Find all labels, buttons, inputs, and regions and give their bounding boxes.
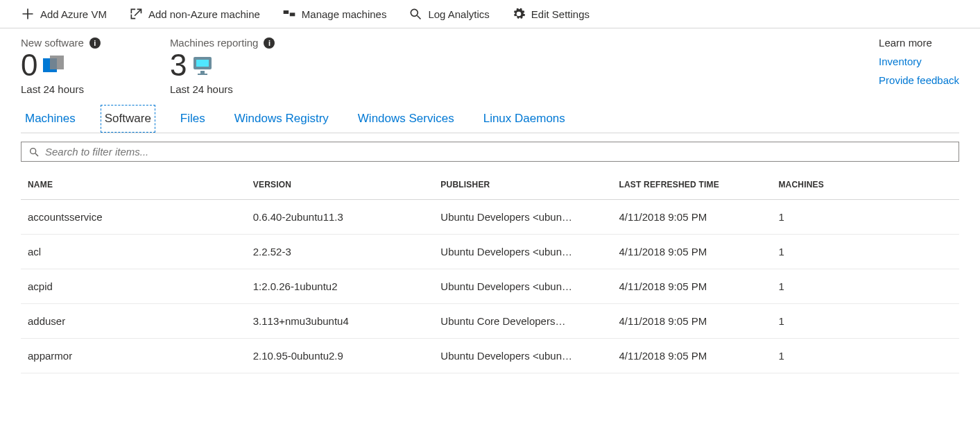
cell-version: 2.2.52-3 bbox=[246, 235, 434, 269]
cell-machines: 1 bbox=[771, 235, 959, 269]
cell-name: accountsservice bbox=[21, 200, 246, 235]
stat-new-software-sub: Last 24 hours bbox=[21, 83, 101, 95]
external-link-icon bbox=[129, 7, 143, 21]
cell-name: acl bbox=[21, 235, 246, 269]
stat-machines-reporting: Machines reporting i 3 Last 24 hours bbox=[170, 37, 275, 95]
monitor-icon bbox=[192, 56, 213, 75]
search-box[interactable] bbox=[21, 142, 959, 162]
svg-rect-1 bbox=[290, 12, 295, 16]
table-row[interactable]: adduser3.113+nmu3ubuntu4Ubuntu Core Deve… bbox=[21, 304, 959, 339]
stat-new-software-value: 0 bbox=[21, 50, 37, 81]
learn-more-heading: Learn more bbox=[879, 37, 959, 49]
stat-new-software: New software i 0 Last 24 hours bbox=[21, 37, 101, 95]
table-row[interactable]: apparmor2.10.95-0ubuntu2.9Ubuntu Develop… bbox=[21, 339, 959, 373]
tab-services[interactable]: Windows Services bbox=[354, 105, 458, 133]
svg-point-2 bbox=[411, 9, 418, 16]
svg-point-9 bbox=[31, 148, 36, 153]
feedback-link[interactable]: Provide feedback bbox=[879, 74, 959, 86]
stat-machines-reporting-value: 3 bbox=[170, 50, 187, 81]
inventory-link[interactable]: Inventory bbox=[879, 56, 959, 67]
header-machines[interactable]: MACHINES bbox=[771, 170, 959, 200]
cell-publisher: Ubuntu Developers <ubun… bbox=[433, 235, 612, 269]
info-icon[interactable]: i bbox=[264, 37, 275, 49]
cell-publisher: Ubuntu Developers <ubun… bbox=[433, 200, 612, 235]
table-row[interactable]: acpid1:2.0.26-1ubuntu2Ubuntu Developers … bbox=[21, 269, 959, 304]
svg-rect-7 bbox=[200, 71, 205, 74]
cell-refreshed: 4/11/2018 9:05 PM bbox=[612, 200, 771, 235]
toolbar: Add Azure VM Add non-Azure machine Manag… bbox=[0, 0, 980, 28]
stat-machines-reporting-sub: Last 24 hours bbox=[170, 83, 275, 95]
svg-rect-8 bbox=[198, 74, 207, 75]
stat-new-software-label: New software bbox=[21, 37, 84, 49]
software-icon bbox=[43, 56, 64, 75]
cell-machines: 1 bbox=[771, 304, 959, 339]
table-row[interactable]: acl2.2.52-3Ubuntu Developers <ubun…4/11/… bbox=[21, 235, 959, 269]
summary-row: New software i 0 Last 24 hours Machines … bbox=[0, 28, 980, 105]
tab-daemons[interactable]: Linux Daemons bbox=[479, 105, 569, 133]
machines-icon bbox=[282, 7, 296, 21]
software-table: NAME VERSION PUBLISHER LAST REFRESHED TI… bbox=[21, 170, 959, 373]
tab-files[interactable]: Files bbox=[176, 105, 209, 133]
tab-registry[interactable]: Windows Registry bbox=[230, 105, 333, 133]
svg-rect-6 bbox=[196, 60, 209, 67]
cell-publisher: Ubuntu Core Developers… bbox=[433, 304, 612, 339]
learn-more-links: Learn more Inventory Provide feedback bbox=[879, 37, 959, 95]
manage-machines-button[interactable]: Manage machines bbox=[282, 7, 387, 21]
cell-refreshed: 4/11/2018 9:05 PM bbox=[612, 304, 771, 339]
table-header-row: NAME VERSION PUBLISHER LAST REFRESHED TI… bbox=[21, 170, 959, 200]
header-version[interactable]: VERSION bbox=[246, 170, 434, 200]
svg-rect-0 bbox=[283, 10, 289, 14]
plus-icon bbox=[21, 7, 35, 21]
cell-name: adduser bbox=[21, 304, 246, 339]
header-publisher[interactable]: PUBLISHER bbox=[433, 170, 612, 200]
cell-version: 1:2.0.26-1ubuntu2 bbox=[246, 269, 434, 304]
cell-machines: 1 bbox=[771, 339, 959, 373]
search-input[interactable] bbox=[45, 146, 952, 158]
cell-machines: 1 bbox=[771, 269, 959, 304]
cell-name: acpid bbox=[21, 269, 246, 304]
cell-version: 2.10.95-0ubuntu2.9 bbox=[246, 339, 434, 373]
tabs: Machines Software Files Windows Registry… bbox=[21, 105, 959, 133]
header-refreshed[interactable]: LAST REFRESHED TIME bbox=[612, 170, 771, 200]
cell-name: apparmor bbox=[21, 339, 246, 373]
tab-machines[interactable]: Machines bbox=[21, 105, 80, 133]
edit-settings-button[interactable]: Edit Settings bbox=[512, 7, 590, 21]
add-azure-vm-label: Add Azure VM bbox=[40, 8, 107, 20]
edit-settings-label: Edit Settings bbox=[531, 8, 590, 20]
cell-version: 3.113+nmu3ubuntu4 bbox=[246, 304, 434, 339]
log-analytics-label: Log Analytics bbox=[428, 8, 489, 20]
cell-refreshed: 4/11/2018 9:05 PM bbox=[612, 339, 771, 373]
cell-refreshed: 4/11/2018 9:05 PM bbox=[612, 235, 771, 269]
log-analytics-button[interactable]: Log Analytics bbox=[409, 7, 489, 21]
add-non-azure-button[interactable]: Add non-Azure machine bbox=[129, 7, 260, 21]
table-row[interactable]: accountsservice0.6.40-2ubuntu11.3Ubuntu … bbox=[21, 200, 959, 235]
cell-publisher: Ubuntu Developers <ubun… bbox=[433, 339, 612, 373]
add-non-azure-label: Add non-Azure machine bbox=[148, 8, 260, 20]
header-name[interactable]: NAME bbox=[21, 170, 246, 200]
cell-refreshed: 4/11/2018 9:05 PM bbox=[612, 269, 771, 304]
svg-rect-4 bbox=[50, 56, 64, 69]
cell-version: 0.6.40-2ubuntu11.3 bbox=[246, 200, 434, 235]
stat-machines-reporting-label: Machines reporting bbox=[170, 37, 259, 49]
gear-icon bbox=[512, 7, 526, 21]
tab-software[interactable]: Software bbox=[101, 105, 155, 133]
cell-publisher: Ubuntu Developers <ubun… bbox=[433, 269, 612, 304]
manage-machines-label: Manage machines bbox=[302, 8, 387, 20]
add-azure-vm-button[interactable]: Add Azure VM bbox=[21, 7, 107, 21]
info-icon[interactable]: i bbox=[89, 37, 101, 49]
search-icon bbox=[28, 146, 40, 158]
cell-machines: 1 bbox=[771, 200, 959, 235]
search-icon bbox=[409, 7, 422, 21]
